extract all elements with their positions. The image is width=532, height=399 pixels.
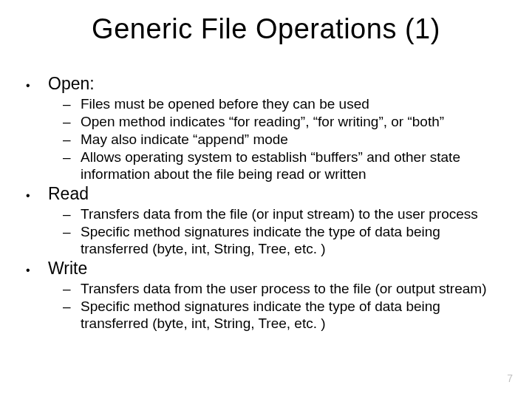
sub-item-text: Specific method signatures indicate the … [81,298,506,332]
sub-list: –Transfers data from the user process to… [63,280,506,332]
list-item-label: Open: [48,74,95,94]
sub-list: –Transfers data from the file (or input … [63,205,506,257]
sub-list-item: –Files must be opened before they can be… [63,95,506,112]
dash-icon: – [63,131,81,148]
dash-icon: – [63,205,81,222]
dash-icon: – [63,298,81,315]
bullet-icon: • [26,77,48,94]
sub-item-text: May also indicate “append” mode [81,131,288,148]
list-item: • Open: –Files must be opened before the… [26,74,506,183]
dash-icon: – [63,280,81,297]
sub-item-text: Transfers data from the user process to … [81,280,486,297]
page-number: 7 [507,372,513,384]
sub-list-item: –Transfers data from the file (or input … [63,205,506,222]
sub-list-item: –Transfers data from the user process to… [63,280,506,297]
slide-body: • Open: –Files must be opened before the… [26,74,506,333]
sub-item-text: Specific method signatures indicate the … [81,223,506,257]
sub-list: –Files must be opened before they can be… [63,95,506,183]
list-item-row: • Open: [26,74,506,94]
list-item-row: • Write [26,259,506,279]
list-item: • Read –Transfers data from the file (or… [26,184,506,257]
dash-icon: – [63,223,81,240]
list-item-label: Read [48,184,89,204]
sub-list-item: –Open method indicates “for reading”, “f… [63,113,506,130]
list-item-row: • Read [26,184,506,204]
slide-title: Generic File Operations (1) [0,13,532,45]
sub-item-text: Files must be opened before they can be … [81,95,369,112]
sub-list-item: –May also indicate “append” mode [63,131,506,148]
sub-list-item: –Specific method signatures indicate the… [63,298,506,332]
sub-item-text: Open method indicates “for reading”, “fo… [81,113,444,130]
bullet-list: • Open: –Files must be opened before the… [26,74,506,332]
dash-icon: – [63,113,81,130]
dash-icon: – [63,149,81,166]
bullet-icon: • [26,187,48,204]
sub-list-item: –Allows operating system to establish “b… [63,149,506,183]
sub-item-text: Allows operating system to establish “bu… [81,149,506,183]
sub-list-item: –Specific method signatures indicate the… [63,223,506,257]
bullet-icon: • [26,262,48,279]
list-item-label: Write [48,259,87,279]
slide: Generic File Operations (1) • Open: –Fil… [0,0,532,399]
list-item: • Write –Transfers data from the user pr… [26,259,506,332]
sub-item-text: Transfers data from the file (or input s… [81,205,478,222]
dash-icon: – [63,95,81,112]
